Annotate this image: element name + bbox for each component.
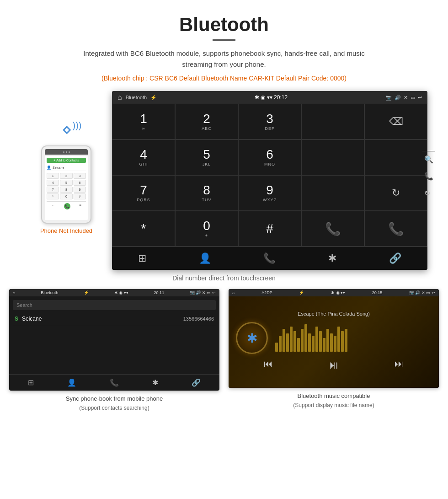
viz-bar xyxy=(304,324,307,352)
dial-number: 7 xyxy=(140,184,147,197)
dial-letters: PQRS xyxy=(137,198,150,202)
phone-key-1[interactable]: 1 xyxy=(47,173,59,179)
contact-name: Seicane xyxy=(22,316,183,322)
phonebook-body: Search S Seicane 13566664466 🔍 📞 ↻ xyxy=(9,296,219,374)
dial-letters: TUV xyxy=(202,198,212,202)
play-pause-btn[interactable]: ⏯ xyxy=(328,359,339,371)
backspace-icon: ⌫ xyxy=(389,116,403,128)
title-divider xyxy=(213,39,235,41)
phone-back-btn: ← xyxy=(51,203,55,209)
viz-bar xyxy=(330,333,333,352)
mini-time-left: 20:11 xyxy=(154,290,165,295)
music-screenshot: ⌂ A2DP ⚡ ✱ ◉ ▾▾ 20:15 📷 🔊 ✕ ▭ ↩ Escape (… xyxy=(229,289,439,412)
reload-icon: ↻ xyxy=(392,187,400,199)
status-right: 📷 🔊 ✕ ▭ ↩ xyxy=(385,95,422,101)
dial-key-0[interactable]: 0 + xyxy=(175,211,238,247)
viz-bar xyxy=(323,338,325,352)
phone-key-4[interactable]: 4 xyxy=(47,180,59,186)
phone-top-bar xyxy=(45,149,88,155)
mini-phone-icon[interactable]: 📞 xyxy=(110,378,119,387)
phonebook-caption: Sync phone-book from mobile phone (Suppo… xyxy=(66,394,163,412)
nav-bt-icon[interactable]: ✱ xyxy=(328,252,336,264)
contact-letter: S xyxy=(15,316,22,322)
phone-key-8[interactable]: 8 xyxy=(60,187,72,193)
music-screen: ⌂ A2DP ⚡ ✱ ◉ ▾▾ 20:15 📷 🔊 ✕ ▭ ↩ Escape (… xyxy=(229,289,439,388)
viz-bar xyxy=(275,343,278,352)
contact-phone: 13566664466 xyxy=(183,316,214,322)
phone-key-7[interactable]: 7 xyxy=(47,187,59,193)
dial-backspace[interactable]: ⌫ xyxy=(364,104,427,140)
caption-text-right: Bluetooth music compatible xyxy=(298,392,370,399)
search-bar[interactable]: Search xyxy=(13,300,216,310)
dial-endcall-btn[interactable]: 📞 xyxy=(364,211,427,247)
status-left: ⌂ Bluetooth ⚡ xyxy=(117,93,157,102)
back-icon[interactable]: ↩ xyxy=(418,95,422,101)
nav-phone-icon[interactable]: 📞 xyxy=(263,252,276,264)
viz-bar xyxy=(308,333,311,352)
camera-icon[interactable]: 📷 xyxy=(385,95,392,101)
phone-key-star[interactable]: * xyxy=(47,193,59,199)
bottom-nav: ⊞ 👤 📞 ✱ 🔗 xyxy=(112,247,427,270)
home-icon[interactable]: ⌂ xyxy=(117,93,122,102)
viz-bar xyxy=(283,329,285,352)
mini-bt-nav-icon[interactable]: ✱ xyxy=(152,378,158,387)
song-title: Escape (The Pina Colada Song) xyxy=(298,311,370,317)
mini-person-icon[interactable]: 👤 xyxy=(67,378,76,387)
dial-letters: DEF xyxy=(265,126,275,131)
nav-link-icon[interactable]: 🔗 xyxy=(389,252,401,264)
endcall-icon: 📞 xyxy=(388,221,404,236)
phone-key-2[interactable]: 2 xyxy=(60,173,72,179)
dial-number: 4 xyxy=(140,148,147,161)
close-icon[interactable]: ✕ xyxy=(404,95,408,101)
dial-key-8[interactable]: 8 TUV xyxy=(175,175,238,211)
dial-key-2[interactable]: 2 ABC xyxy=(175,104,238,140)
dial-empty-4 xyxy=(301,175,364,211)
phone-call-btn[interactable]: 📞 xyxy=(64,203,70,209)
dial-reload[interactable]: ↻ xyxy=(364,175,427,211)
dial-number: # xyxy=(266,222,273,235)
dial-key-star[interactable]: * xyxy=(112,211,175,247)
page-header: Bluetooth Integrated with BC6 Bluetooth … xyxy=(0,0,448,91)
dial-key-7[interactable]: 7 PQRS xyxy=(112,175,175,211)
dial-number: 5 xyxy=(203,148,210,161)
mini-cam-icon: 📷 🔊 ✕ ▭ ↩ xyxy=(190,290,216,295)
contact-row[interactable]: S Seicane 13566664466 xyxy=(13,313,216,325)
phone-key-0[interactable]: 0 xyxy=(60,193,72,199)
phone-keypad: 1 2 3 4 5 6 7 8 9 * 0 # xyxy=(47,173,86,199)
dialpad-grid: 1 ∞ 2 ABC 3 DEF ⌫ 4 GHI 5 JKL xyxy=(112,104,427,247)
specs-text: (Bluetooth chip : CSR BC6 Default Blueto… xyxy=(9,75,439,82)
dial-key-3[interactable]: 3 DEF xyxy=(238,104,301,140)
dial-key-9[interactable]: 9 WXYZ xyxy=(238,175,301,211)
dial-key-6[interactable]: 6 MNO xyxy=(238,140,301,175)
screen-label: Bluetooth xyxy=(126,95,147,100)
location-icon: ◉ xyxy=(261,94,265,101)
phonebook-bottom-nav: ⊞ 👤 📞 ✱ 🔗 xyxy=(9,374,219,391)
phone-contact-row: 👤 Seicane xyxy=(47,165,86,171)
viz-bar xyxy=(286,333,289,352)
bluetooth-icon-wrap: ⬦ ))) xyxy=(61,118,72,138)
dial-key-hash[interactable]: # xyxy=(238,211,301,247)
dial-number: 9 xyxy=(266,184,273,197)
mini-link-icon[interactable]: 🔗 xyxy=(192,378,201,387)
phone-key-3[interactable]: 3 xyxy=(74,173,86,179)
phone-key-hash[interactable]: # xyxy=(74,193,86,199)
dial-key-4[interactable]: 4 GHI xyxy=(112,140,175,175)
next-btn[interactable]: ⏭ xyxy=(395,359,404,371)
signal-icon: ▾▾ xyxy=(267,94,272,101)
phone-key-6[interactable]: 6 xyxy=(74,180,86,186)
dial-key-1[interactable]: 1 ∞ xyxy=(112,104,175,140)
volume-icon[interactable]: 🔊 xyxy=(395,95,401,101)
window-icon[interactable]: ▭ xyxy=(411,95,415,101)
phone-key-9[interactable]: 9 xyxy=(74,187,86,193)
viz-bar xyxy=(301,329,304,352)
mini-label-right: A2DP xyxy=(261,290,272,295)
dial-call-btn[interactable]: 📞 xyxy=(301,211,364,247)
viz-bar xyxy=(337,327,340,352)
nav-person-icon[interactable]: 👤 xyxy=(199,252,211,264)
prev-btn[interactable]: ⏮ xyxy=(264,359,273,371)
phone-key-5[interactable]: 5 xyxy=(60,180,72,186)
mini-grid-icon[interactable]: ⊞ xyxy=(28,378,34,387)
dial-key-5[interactable]: 5 JKL xyxy=(175,140,238,175)
nav-grid-icon[interactable]: ⊞ xyxy=(138,252,146,264)
phone-bottom-bar: ← 📞 ≡ xyxy=(47,201,86,209)
